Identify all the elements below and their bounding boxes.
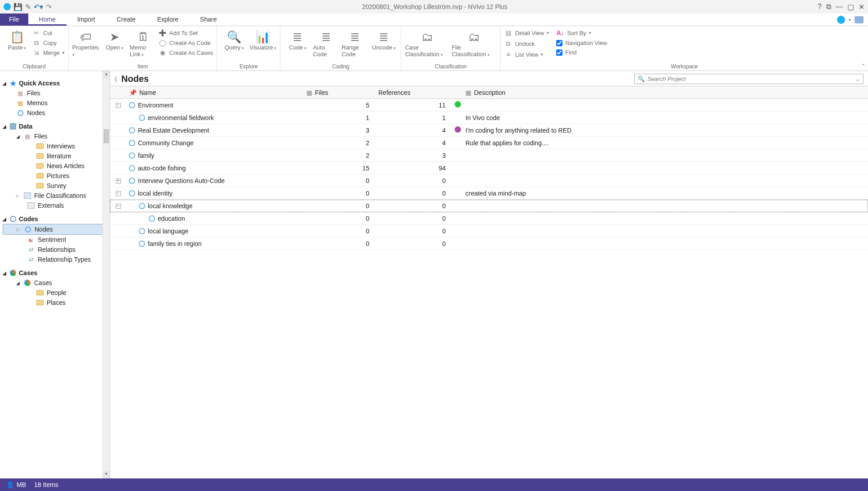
close-icon[interactable]: ✕ [859, 3, 864, 11]
nav-data-interviews[interactable]: Interviews [3, 141, 108, 151]
find-toggle[interactable]: Find [556, 49, 607, 56]
nav-codes-sentiment[interactable]: ☯Sentiment [3, 235, 108, 245]
language-icon[interactable] [837, 16, 845, 24]
nav-quick-access-header[interactable]: ◢★Quick Access [3, 78, 108, 88]
file-class-icon: 🗂 [467, 30, 481, 44]
back-icon[interactable]: ⟨ [115, 76, 118, 83]
refs-count: 0 [376, 175, 452, 186]
scroll-up-icon[interactable]: ▴ [103, 71, 110, 78]
undock-button[interactable]: ⧉Undock [504, 40, 549, 48]
node-name: family ties in region [148, 240, 202, 247]
list-view-button[interactable]: ≡List View ▾ [504, 50, 549, 58]
minimize-icon[interactable]: — [836, 3, 843, 11]
find-checkbox[interactable] [556, 49, 562, 56]
nav-codes-header[interactable]: ◢Codes [3, 214, 108, 224]
help-icon[interactable]: ? [818, 3, 822, 11]
table-row[interactable]: −local identity00created via mind-map [110, 187, 868, 200]
nav-cases-places[interactable]: Places [3, 298, 108, 308]
ribbon-group-explore: 🔍Query 📊Visualize Explore [217, 26, 280, 71]
merge-button[interactable]: ⇲Merge ▾ [32, 49, 65, 57]
range-code-button[interactable]: ≣Range Code [341, 28, 368, 58]
range-code-icon: ≣ [348, 30, 362, 44]
paste-button[interactable]: 📋 Paste [4, 28, 31, 51]
nav-data-news[interactable]: News Articles [3, 161, 108, 171]
auto-code-button[interactable]: ≣Auto Code [313, 28, 340, 58]
table-row[interactable]: −Environment511 [110, 99, 868, 112]
nav-qa-memos[interactable]: ▦Memos [3, 98, 108, 108]
tab-home[interactable]: Home [28, 13, 66, 26]
scroll-thumb[interactable] [104, 129, 109, 143]
table-row[interactable]: −local knowledge00 [110, 200, 868, 212]
memo-link-button[interactable]: 🗓Memo Link [130, 28, 157, 58]
table-row[interactable]: +Interview Questions Auto-Code00 [110, 174, 868, 187]
nav-data-survey[interactable]: Survey [3, 181, 108, 191]
maximize-icon[interactable]: ▢ [847, 3, 854, 11]
file-classification-button[interactable]: 🗂File Classification [452, 28, 496, 58]
properties-button[interactable]: 🏷Properties [72, 28, 99, 58]
case-classification-button[interactable]: 🗂Case Classification [405, 28, 450, 58]
copy-button[interactable]: ⧉Copy [32, 39, 65, 47]
nav-cases-cases[interactable]: ◢Cases [3, 278, 108, 288]
comment-icon[interactable] [855, 16, 864, 23]
table-row[interactable]: family ties in region00 [110, 237, 868, 250]
table-row[interactable]: education00 [110, 212, 868, 225]
nav-data-literature[interactable]: literature [3, 151, 108, 161]
tab-create[interactable]: Create [106, 13, 146, 26]
uncode-button[interactable]: ≣Uncode [370, 28, 397, 51]
nav-qa-nodes[interactable]: Nodes [3, 108, 108, 118]
query-button[interactable]: 🔍Query [221, 28, 248, 51]
nav-data-header[interactable]: ◢Data [3, 121, 108, 131]
table-row[interactable]: local language00 [110, 225, 868, 237]
expand-icon[interactable]: + [116, 179, 121, 183]
undo-icon[interactable]: ↶▾ [34, 3, 43, 11]
folder-icon [36, 152, 44, 160]
restore-icon[interactable]: ⧉ [826, 3, 831, 11]
cut-button[interactable]: ✂Cut [32, 29, 65, 37]
table-row[interactable]: Community Change24Rule that applies for … [110, 137, 868, 149]
nav-codes-reltypes[interactable]: ⇄Relationship Types [3, 254, 108, 264]
search-input[interactable]: 🔍 Search Project ⌄ [634, 74, 864, 84]
nav-cases-people[interactable]: People [3, 288, 108, 298]
create-as-code-button[interactable]: ◯Create As Code [159, 39, 213, 47]
nav-data-files[interactable]: ◢▦Files [3, 131, 108, 141]
open-button[interactable]: ➤Open [101, 28, 128, 51]
nav-scrollbar[interactable]: ▴ ▾ [102, 71, 110, 478]
nav-qa-files[interactable]: ▦Files [3, 88, 108, 98]
nav-codes-nodes[interactable]: ▷Nodes [3, 224, 108, 235]
nav-data-externals[interactable]: Externals [3, 201, 108, 210]
cases-icon [9, 269, 17, 277]
nav-view-toggle[interactable]: Navigation View [556, 40, 607, 46]
nav-view-checkbox[interactable] [556, 40, 562, 46]
table-row[interactable]: auto-code fishing1594 [110, 162, 868, 174]
code-button[interactable]: ≣Code [284, 28, 311, 51]
tab-import[interactable]: Import [66, 13, 106, 26]
collapse-icon[interactable]: − [116, 103, 121, 108]
sort-by-button[interactable]: A↓Sort By ▾ [556, 29, 607, 37]
save-icon[interactable]: 💾 [13, 3, 22, 11]
table-row[interactable]: family23 [110, 149, 868, 162]
tab-explore[interactable]: Explore [146, 13, 189, 26]
create-as-cases-button[interactable]: ◉Create As Cases [159, 49, 213, 57]
col-desc[interactable]: ▦ Description [463, 87, 868, 98]
table-row[interactable]: Real Estate Development34I'm coding for … [110, 124, 868, 137]
collapse-icon[interactable]: − [116, 204, 121, 209]
search-dropdown-icon[interactable]: ⌄ [855, 76, 860, 82]
redo-icon[interactable]: ↷ [46, 3, 52, 11]
add-to-set-button[interactable]: ➕Add To Set [159, 29, 213, 37]
col-name[interactable]: 📌Name [126, 87, 304, 98]
col-files[interactable]: ▦ Files [304, 87, 376, 98]
detail-view-button[interactable]: ▤Detail View ▾ [504, 29, 549, 37]
nav-cases-header[interactable]: ◢Cases [3, 268, 108, 278]
tab-share[interactable]: Share [189, 13, 227, 26]
scroll-down-icon[interactable]: ▾ [103, 471, 110, 478]
table-row[interactable]: environmental fieldwork11In Vivo code [110, 112, 868, 124]
col-refs[interactable]: References [376, 87, 452, 98]
nav-data-fc[interactable]: ▷File Classifications [3, 191, 108, 201]
collapse-ribbon-icon[interactable]: ⌃ [861, 63, 865, 69]
collapse-icon[interactable]: − [116, 191, 121, 196]
file-menu[interactable]: File [0, 13, 28, 26]
nav-data-pictures[interactable]: Pictures [3, 171, 108, 181]
visualize-button[interactable]: 📊Visualize [249, 28, 276, 51]
nav-codes-relationships[interactable]: ⇄Relationships [3, 245, 108, 254]
edit-icon[interactable]: ✎ [25, 3, 31, 11]
